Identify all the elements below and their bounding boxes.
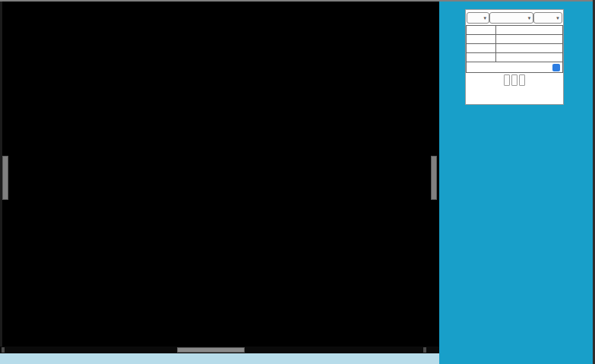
side-panel: ▼ ▼ ▼ [439,0,595,364]
right-splitter-handle[interactable] [431,156,437,200]
hsplit-arrows-left[interactable] [2,347,5,353]
planisphere-chart[interactable] [0,0,439,347]
year-select[interactable]: ▼ [533,12,562,24]
rueclauf-button[interactable] [504,74,510,86]
hsplit-arrows-right[interactable] [423,347,426,353]
alle-objekte-row [466,62,563,73]
alle-objekte-checkbox[interactable] [552,64,560,71]
window-top-edge [0,0,595,2]
chevron-down-icon: ▼ [483,16,487,21]
positions-box: ▼ ▼ ▼ [465,9,564,105]
star-chart-area[interactable] [0,0,439,347]
vorlauf-button[interactable] [519,74,525,86]
chevron-down-icon: ▼ [527,16,531,21]
day-select[interactable]: ▼ [467,12,489,24]
bottom-splitter-thumb[interactable] [177,347,245,353]
chart-toolbar [0,353,439,364]
chevron-down-icon: ▼ [555,16,560,21]
stop-button[interactable] [511,74,517,86]
info-table-empty [466,25,563,62]
left-splitter-handle[interactable] [2,156,8,200]
month-select[interactable]: ▼ [489,12,533,24]
bottom-splitter-bar[interactable] [0,347,439,353]
